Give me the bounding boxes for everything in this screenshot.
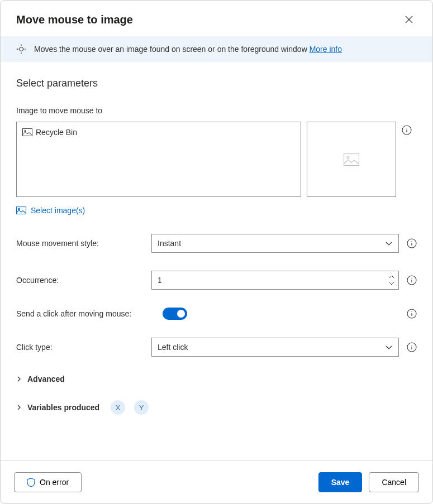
toggle-knob <box>177 310 185 318</box>
spinner-down[interactable] <box>387 280 396 287</box>
movement-style-value: Instant <box>158 239 181 248</box>
svg-point-16 <box>411 345 412 345</box>
variable-y-chip[interactable]: Y <box>134 400 149 415</box>
close-button[interactable] <box>401 12 417 27</box>
movement-style-label: Mouse movement style: <box>16 239 144 248</box>
chevron-right-icon <box>16 376 22 382</box>
on-error-label: On error <box>40 478 69 487</box>
dialog-title: Move mouse to image <box>16 13 133 26</box>
info-text: Moves the mouse over an image found on s… <box>34 45 342 54</box>
spinner-up[interactable] <box>387 273 396 280</box>
chevron-down-icon <box>389 282 394 285</box>
image-icon <box>16 207 26 214</box>
section-title: Select parameters <box>16 78 417 89</box>
svg-rect-3 <box>344 153 359 165</box>
info-bar: Moves the mouse over an image found on s… <box>1 36 432 62</box>
info-icon[interactable] <box>407 342 417 352</box>
info-description: Moves the mouse over an image found on s… <box>34 45 310 54</box>
svg-point-12 <box>411 278 412 279</box>
on-error-button[interactable]: On error <box>14 472 82 492</box>
close-icon <box>405 16 413 23</box>
svg-point-2 <box>25 130 26 132</box>
occurrence-label: Occurrence: <box>16 276 144 285</box>
svg-point-8 <box>18 208 20 210</box>
image-placeholder-icon <box>344 153 359 166</box>
click-type-label: Click type: <box>16 343 144 352</box>
click-type-dropdown[interactable]: Left click <box>151 338 399 357</box>
occurrence-value: 1 <box>158 276 162 285</box>
image-field-label: Image to move mouse to <box>16 106 417 115</box>
info-icon[interactable] <box>407 275 417 285</box>
movement-style-dropdown[interactable]: Instant <box>151 234 399 253</box>
save-button[interactable]: Save <box>318 472 363 492</box>
chevron-down-icon <box>385 343 393 351</box>
chevron-right-icon <box>16 405 22 410</box>
svg-rect-7 <box>17 207 26 214</box>
variable-x-chip[interactable]: X <box>111 400 125 415</box>
info-icon[interactable] <box>402 125 412 135</box>
svg-rect-1 <box>23 129 32 136</box>
image-preview <box>307 122 396 197</box>
send-click-label: Send a click after moving mouse: <box>16 309 155 318</box>
click-type-value: Left click <box>158 343 188 352</box>
select-images-link[interactable]: Select image(s) <box>16 206 85 215</box>
svg-point-10 <box>411 241 412 242</box>
cancel-button[interactable]: Cancel <box>369 472 419 492</box>
info-icon[interactable] <box>407 309 417 319</box>
target-icon <box>16 44 26 54</box>
chevron-down-icon <box>385 239 393 247</box>
svg-point-6 <box>406 128 407 128</box>
advanced-label: Advanced <box>27 375 65 383</box>
image-icon <box>22 128 32 136</box>
variables-produced-toggle[interactable]: Variables produced X Y <box>16 400 417 415</box>
svg-point-14 <box>411 311 412 312</box>
svg-point-0 <box>20 47 23 51</box>
svg-point-4 <box>347 156 349 159</box>
shield-icon <box>27 478 35 487</box>
selected-image-name: Recycle Bin <box>36 128 77 137</box>
image-selection-list[interactable]: Recycle Bin <box>16 122 301 197</box>
variables-produced-label: Variables produced <box>27 403 99 412</box>
send-click-toggle[interactable] <box>163 308 187 320</box>
occurrence-spinner[interactable]: 1 <box>151 271 399 290</box>
selected-image-chip[interactable]: Recycle Bin <box>22 128 77 137</box>
chevron-up-icon <box>389 275 394 279</box>
more-info-link[interactable]: More info <box>310 45 342 54</box>
info-icon[interactable] <box>407 238 417 248</box>
advanced-toggle[interactable]: Advanced <box>16 375 417 383</box>
select-images-label: Select image(s) <box>31 206 85 215</box>
